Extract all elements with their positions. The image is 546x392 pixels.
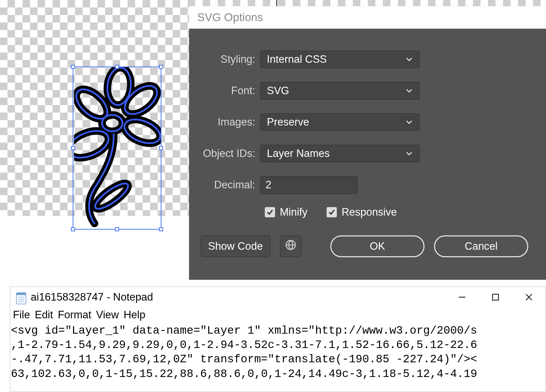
notepad-titlebar[interactable]: ai16158328747 - Notepad (10, 287, 546, 307)
responsive-checkbox[interactable]: Responsive (327, 206, 397, 218)
code-line: 63,102.63,0,0,1-15,15.22,88.6,88.6,0,0,1… (11, 367, 542, 381)
resize-handle-bottom-right[interactable] (159, 227, 163, 231)
svg-rect-21 (492, 294, 498, 300)
chevron-down-icon (405, 87, 413, 95)
show-code-label: Show Code (208, 240, 263, 252)
ok-label: OK (370, 240, 385, 252)
code-line: <svg id="Layer_1" data-name="Layer 1" xm… (11, 324, 542, 338)
cancel-label: Cancel (465, 240, 498, 252)
code-line: ,1-2.79-1.54,9.29,9.29,0,0,1-2.94-3.52c-… (11, 338, 542, 352)
cancel-button[interactable]: Cancel (434, 235, 528, 257)
code-line: -.47,7.71,11.53,7.69,12,0Z" transform="t… (11, 352, 542, 367)
notepad-title: ai16158328747 - Notepad (31, 291, 456, 303)
notepad-window: ai16158328747 - Notepad File Edit Format… (10, 287, 546, 392)
minify-label: Minify (280, 206, 307, 218)
font-label: Font: (189, 85, 260, 97)
close-button[interactable] (523, 291, 535, 303)
menu-file[interactable]: File (13, 309, 30, 321)
menu-format[interactable]: Format (58, 309, 91, 321)
dialog-body: Styling: Internal CSS Font: SVG Images: … (189, 29, 546, 280)
object-ids-label: Object IDs: (189, 147, 260, 160)
checkbox-checked-icon (265, 207, 275, 217)
dialog-title: SVG Options (189, 6, 546, 29)
ok-button[interactable]: OK (330, 235, 425, 257)
styling-value: Internal CSS (267, 53, 327, 66)
styling-label: Styling: (189, 53, 260, 66)
chevron-down-icon (405, 118, 413, 126)
checkbox-checked-icon (327, 207, 337, 217)
chevron-down-icon (405, 150, 413, 157)
font-select[interactable]: SVG (260, 82, 420, 100)
resize-handle-top-left[interactable] (71, 65, 75, 69)
object-ids-select[interactable]: Layer Names (260, 145, 420, 162)
resize-handle-top-mid[interactable] (115, 65, 119, 69)
images-label: Images: (189, 116, 260, 128)
globe-icon (285, 239, 297, 254)
images-select[interactable]: Preserve (260, 113, 420, 131)
resize-handle-mid-left[interactable] (71, 146, 75, 150)
resize-handle-bottom-left[interactable] (71, 227, 75, 231)
svg-rect-16 (16, 292, 26, 295)
chevron-down-icon (405, 56, 413, 63)
notepad-menubar: File Edit Format View Help (10, 307, 546, 322)
resize-handle-bottom-mid[interactable] (115, 227, 119, 231)
notepad-text-area[interactable]: <svg id="Layer_1" data-name="Layer 1" xm… (10, 322, 546, 381)
selection-bounding-box[interactable] (73, 67, 161, 230)
resize-handle-mid-right[interactable] (159, 146, 163, 150)
ruler-tick (276, 0, 277, 6)
menu-help[interactable]: Help (124, 309, 145, 321)
decimal-value: 2 (265, 179, 271, 191)
object-ids-value: Layer Names (267, 147, 330, 160)
images-value: Preserve (267, 116, 309, 128)
notepad-icon (15, 291, 27, 303)
decimal-input[interactable]: 2 (260, 176, 358, 194)
show-code-button[interactable]: Show Code (201, 235, 270, 257)
menu-edit[interactable]: Edit (35, 309, 53, 321)
svg-options-dialog: SVG Options Styling: Internal CSS Font: … (189, 6, 546, 280)
minify-checkbox[interactable]: Minify (265, 206, 307, 218)
maximize-button[interactable] (490, 291, 501, 303)
responsive-label: Responsive (342, 206, 397, 218)
menu-view[interactable]: View (96, 309, 119, 321)
font-value: SVG (267, 85, 289, 97)
resize-handle-top-right[interactable] (159, 65, 163, 69)
minimize-button[interactable] (456, 291, 468, 303)
preview-in-browser-button[interactable] (280, 235, 302, 257)
styling-select[interactable]: Internal CSS (260, 50, 420, 68)
decimal-label: Decimal: (189, 179, 260, 191)
